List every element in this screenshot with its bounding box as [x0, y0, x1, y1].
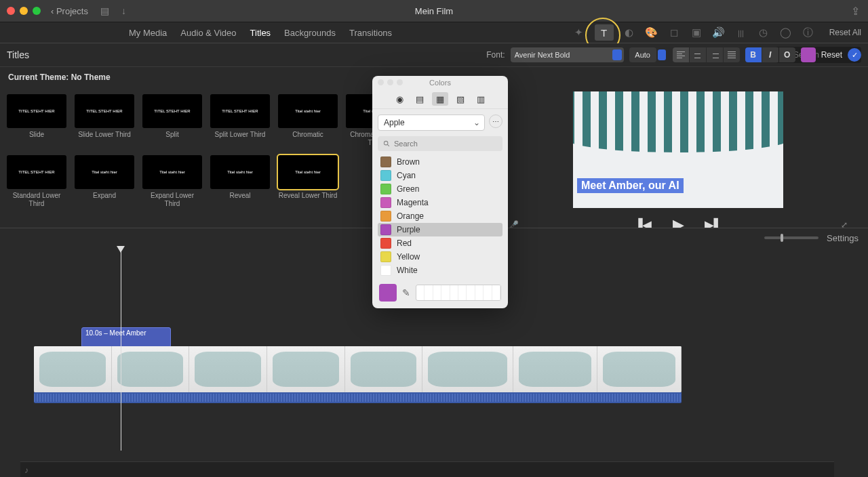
projects-back-button[interactable]: ‹ Projects — [51, 6, 88, 16]
title-thumb: Titel steht hier — [210, 155, 270, 189]
tab-transitions[interactable]: Transitions — [342, 28, 399, 38]
tab-audio-video[interactable]: Audio & Video — [174, 28, 243, 38]
color-sliders-tab[interactable]: ▤ — [412, 92, 428, 106]
filter-icon[interactable]: ◯ — [779, 26, 793, 39]
color-search-input[interactable] — [394, 140, 497, 148]
title-item[interactable]: Titel steht hierExpand — [75, 155, 134, 208]
video-clip[interactable] — [189, 346, 267, 392]
panel-close-button[interactable] — [378, 79, 384, 85]
info-icon[interactable]: ⓘ — [802, 26, 815, 39]
title-name-label: Slide — [7, 131, 66, 139]
color-palettes-tab[interactable]: ▦ — [432, 92, 448, 106]
stabilize-icon[interactable]: ▣ — [690, 26, 703, 39]
text-adjust-icon[interactable]: T — [595, 24, 614, 41]
crop-icon[interactable]: ◻ — [667, 26, 681, 39]
color-balance-icon[interactable]: ◐ — [623, 26, 636, 39]
video-track[interactable] — [34, 346, 682, 392]
panel-minimize-button[interactable] — [387, 79, 393, 85]
video-clip[interactable] — [112, 346, 190, 392]
video-clip[interactable] — [267, 346, 345, 392]
color-item[interactable]: White — [378, 264, 502, 277]
minimize-window-button[interactable] — [20, 7, 28, 15]
playhead[interactable] — [121, 247, 121, 451]
title-item[interactable]: Titel steht hierReveal — [210, 155, 270, 208]
current-color-swatch[interactable] — [379, 284, 397, 302]
italic-button[interactable]: I — [762, 47, 778, 62]
color-name: Magenta — [397, 198, 429, 207]
outline-button[interactable]: O — [779, 47, 795, 62]
color-name: White — [397, 266, 418, 275]
apply-button[interactable]: ✓ — [848, 48, 861, 62]
equalizer-icon[interactable]: ⫼ — [734, 26, 748, 39]
palette-select[interactable]: Apple — [378, 115, 485, 131]
zoom-window-button[interactable] — [33, 7, 41, 15]
reset-text-button[interactable]: Reset — [821, 50, 842, 60]
align-justify-button[interactable] — [724, 47, 740, 62]
enhance-icon[interactable]: ✦ — [572, 26, 586, 39]
library-icon[interactable]: ▤ — [100, 5, 109, 16]
color-item[interactable]: Orange — [378, 209, 502, 223]
title-overlay-text[interactable]: Meet Amber, our AI — [577, 178, 684, 193]
title-item[interactable]: TITEL STEHT HIERStandard Lower Third — [7, 155, 66, 208]
title-name-label: Chromatic — [278, 131, 338, 139]
palette-options-button[interactable]: ⋯ — [489, 115, 502, 128]
color-correction-icon[interactable]: 🎨 — [645, 26, 658, 39]
text-color-swatch[interactable] — [801, 47, 816, 62]
color-item[interactable]: Red — [378, 236, 502, 250]
reset-all-button[interactable]: Reset All — [829, 28, 861, 37]
image-palettes-tab[interactable]: ▧ — [452, 92, 469, 106]
color-swatch — [380, 265, 391, 276]
title-item[interactable]: TITEL STEHT HIERSplit — [142, 94, 202, 147]
share-icon[interactable]: ⇪ — [851, 5, 860, 18]
color-swatch — [380, 238, 391, 249]
size-select[interactable]: Auto — [629, 47, 656, 62]
video-clip[interactable] — [513, 346, 597, 392]
color-item[interactable]: Green — [378, 182, 502, 196]
video-clip[interactable] — [345, 346, 423, 392]
pencils-tab[interactable]: ▥ — [473, 92, 489, 106]
color-item[interactable]: Purple — [378, 223, 502, 236]
speed-icon[interactable]: ◷ — [757, 26, 770, 39]
color-wheel-tab[interactable]: ◉ — [391, 92, 408, 106]
title-thumb: TITEL STEHT HIER — [142, 94, 202, 128]
title-item[interactable]: Titel steht hierChromatic — [278, 94, 338, 147]
window-titlebar: ‹ Projects ▤ ↓ Mein Film ⇪ — [0, 0, 868, 22]
color-wells[interactable] — [416, 285, 501, 301]
font-select[interactable]: Avenir Next Bold — [511, 47, 624, 62]
color-item[interactable]: Yellow — [378, 250, 502, 264]
library-tabs: My Media Audio & Video Titles Background… — [0, 22, 868, 43]
video-clip[interactable] — [422, 346, 513, 392]
bold-button[interactable]: B — [745, 47, 762, 62]
panel-zoom-button[interactable] — [397, 79, 403, 85]
video-clip[interactable] — [34, 346, 112, 392]
color-search[interactable] — [378, 136, 502, 151]
timeline-settings-button[interactable]: Settings — [827, 233, 859, 243]
music-track[interactable]: ♪ — [20, 461, 834, 477]
title-item[interactable]: Titel steht hierExpand Lower Third — [142, 155, 202, 208]
audio-track[interactable] — [34, 392, 682, 403]
eyedropper-icon[interactable]: ✎ — [402, 287, 410, 298]
zoom-slider[interactable] — [764, 236, 818, 239]
svg-line-3 — [387, 144, 389, 146]
volume-icon[interactable]: 🔊 — [712, 26, 726, 39]
preview-viewer[interactable]: Meet Amber, our AI — [573, 91, 783, 208]
title-item[interactable]: Titel steht hierReveal Lower Third — [278, 155, 338, 208]
tab-titles[interactable]: Titles — [243, 28, 278, 38]
title-clip[interactable]: 10.0s – Meet Amber — [81, 327, 171, 348]
title-item[interactable]: TITEL STEHT HIERSlide — [7, 94, 66, 147]
align-right-button[interactable] — [707, 47, 723, 62]
align-left-button[interactable] — [673, 47, 689, 62]
tab-backgrounds[interactable]: Backgrounds — [277, 28, 342, 38]
import-icon[interactable]: ↓ — [121, 5, 126, 16]
title-item[interactable]: TITEL STEHT HIERSlide Lower Third — [75, 94, 134, 147]
title-item[interactable]: TITEL STEHT HIERSplit Lower Third — [210, 94, 270, 147]
color-name: Red — [397, 239, 412, 248]
color-item[interactable]: Cyan — [378, 169, 502, 182]
color-item[interactable]: Brown — [378, 155, 502, 169]
align-center-button[interactable] — [690, 47, 706, 62]
title-name-label: Split — [142, 131, 202, 139]
tab-my-media[interactable]: My Media — [122, 28, 174, 38]
close-window-button[interactable] — [7, 7, 15, 15]
video-clip[interactable] — [597, 346, 682, 392]
color-item[interactable]: Magenta — [378, 196, 502, 209]
